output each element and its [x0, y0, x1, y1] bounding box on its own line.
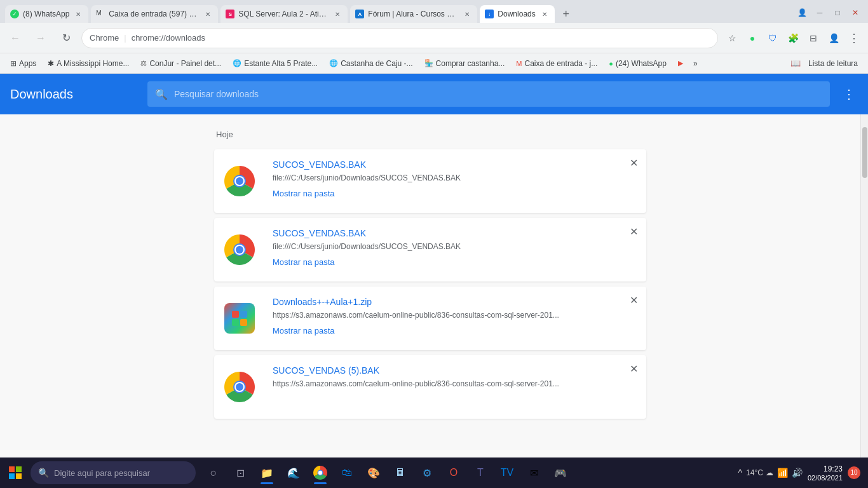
- download-item-action[interactable]: Mostrar na pasta: [273, 257, 335, 267]
- downloads-search-bar[interactable]: 🔍: [147, 81, 830, 107]
- bookmark-gmail2[interactable]: M Caixa de entrada - j...: [511, 56, 602, 71]
- taskbar-app-chrome[interactable]: [308, 460, 333, 485]
- download-item-name[interactable]: SUCOS_VENDAS.BAK: [273, 228, 613, 238]
- downloads-list: Hoje: [0, 114, 860, 458]
- taskbar-app-chrome2[interactable]: 🎨: [361, 460, 386, 485]
- bookmark-mississippi[interactable]: ✱ A Mississippi Home...: [43, 56, 134, 71]
- bookmark-castanha[interactable]: 🌐 Castanha de Caju -...: [324, 56, 417, 71]
- back-button[interactable]: ←: [5, 28, 25, 48]
- start-button[interactable]: [3, 460, 28, 485]
- tab-downloads-label: Downloads: [498, 10, 535, 18]
- taskbar-app-store[interactable]: 🛍: [334, 460, 360, 485]
- taskbar-app-mail[interactable]: ✉: [521, 460, 546, 485]
- svg-rect-10: [232, 319, 239, 326]
- taskbar-search[interactable]: 🔍 Digite aqui para pesquisar: [31, 461, 196, 484]
- tab-gmail[interactable]: M Caixa de entrada (597) - junic... ✕: [91, 5, 218, 23]
- close-button[interactable]: ✕: [848, 5, 863, 20]
- colorful2-icon: 🎮: [554, 467, 567, 479]
- bookmark-whatsapp24[interactable]: ● (24) WhatsApp: [604, 56, 672, 71]
- download-item-name[interactable]: Downloads+-+Aula+1.zip: [273, 297, 613, 307]
- download-item-path: file:///C:/Users/junio/Downloads/SUCOS_V…: [273, 173, 613, 182]
- volume-icon[interactable]: 🔊: [792, 468, 803, 478]
- taskbar-app-opera[interactable]: O: [441, 460, 466, 485]
- tab-whatsapp[interactable]: ✓ (8) WhatsApp ✕: [5, 5, 88, 23]
- download-item-close[interactable]: ✕: [621, 218, 646, 281]
- chevron-up-icon[interactable]: ^: [738, 468, 743, 478]
- new-tab-button[interactable]: +: [557, 5, 575, 23]
- tab-downloads[interactable]: ↓ Downloads ✕: [480, 5, 554, 23]
- downloads-menu-icon[interactable]: ⋮: [840, 84, 858, 104]
- temperature-value: 14°C: [746, 468, 763, 477]
- notification-badge[interactable]: 10: [848, 466, 860, 479]
- taskbar-app-search[interactable]: ○: [201, 460, 226, 485]
- reload-button[interactable]: ↻: [56, 28, 76, 48]
- shield-extension-icon[interactable]: 🛡: [764, 29, 782, 47]
- bookmark-comprar[interactable]: 🏪 Comprar castanha...: [419, 56, 510, 71]
- taskbar-app-calc[interactable]: 🖩: [388, 460, 413, 485]
- download-item-close[interactable]: ✕: [621, 149, 646, 213]
- downloads-search-input[interactable]: [174, 89, 822, 99]
- maximize-button[interactable]: □: [830, 5, 845, 20]
- taskbar-system-icons: ^ 14°C ☁ 📶 🔊: [738, 468, 803, 478]
- network-icon[interactable]: 📶: [777, 468, 788, 478]
- taskbar-app-teams[interactable]: T: [468, 460, 493, 485]
- forward-button[interactable]: →: [31, 28, 51, 48]
- taskbar-app-files[interactable]: 📁: [254, 460, 280, 485]
- conjur-icon: ⚖: [140, 59, 147, 67]
- bookmark-conjur-label: ConJur - Painel det...: [149, 59, 221, 68]
- tab-close-downloads[interactable]: ✕: [539, 9, 550, 19]
- taskbar-app-colorful2[interactable]: 🎮: [548, 460, 573, 485]
- reading-list-button[interactable]: Lista de leitura: [803, 56, 863, 71]
- tab-whatsapp-label: (8) WhatsApp: [23, 10, 69, 18]
- bookmark-conjur[interactable]: ⚖ ConJur - Painel det...: [135, 56, 226, 71]
- profile-icon[interactable]: 👤: [794, 5, 810, 20]
- taskbar-app-taskview[interactable]: ⊡: [227, 460, 253, 485]
- download-item-close[interactable]: ✕: [621, 287, 646, 350]
- page-scrollbar[interactable]: [860, 114, 868, 458]
- tab-sql[interactable]: S SQL Server: Aula 2 - Atividad... ✕: [220, 5, 348, 23]
- chrome-icon: [224, 234, 255, 265]
- clock[interactable]: 19:23 02/08/2021: [808, 464, 843, 482]
- tab-sql-label: SQL Server: Aula 2 - Atividad...: [238, 10, 329, 18]
- address-bar[interactable]: Chrome | chrome://downloads: [81, 28, 718, 48]
- download-item-icon-area: [214, 287, 265, 350]
- tab-close-gmail[interactable]: ✕: [203, 9, 213, 19]
- download-item-close[interactable]: ✕: [621, 355, 646, 419]
- taskbar-app-teamviewer[interactable]: TV: [494, 460, 520, 485]
- download-item: Downloads+-+Aula+1.zip https://s3.amazon…: [214, 287, 646, 350]
- bookmark-castanha-label: Castanha de Caju -...: [341, 59, 412, 68]
- comprar-icon: 🏪: [424, 59, 433, 67]
- download-item-action[interactable]: Mostrar na pasta: [273, 189, 335, 198]
- taskbar-app-edge[interactable]: 🌊: [281, 460, 306, 485]
- download-item-name[interactable]: SUCOS_VENDAS.BAK: [273, 159, 613, 170]
- bookmark-star-icon[interactable]: ☆: [723, 29, 741, 47]
- chrome-cast-icon[interactable]: ⊟: [804, 29, 822, 47]
- downloads-header: Downloads 🔍 ⋮: [0, 74, 868, 114]
- bookmark-youtube[interactable]: ▶: [673, 56, 688, 71]
- minimize-button[interactable]: ─: [812, 5, 827, 20]
- bookmark-mississippi-label: A Mississippi Home...: [57, 59, 129, 68]
- whatsapp-extension-icon[interactable]: ●: [743, 29, 761, 47]
- account-circle-icon[interactable]: 👤: [825, 29, 843, 47]
- bookmarks-more-button[interactable]: »: [689, 58, 702, 69]
- download-item-icon-area: [214, 355, 265, 419]
- tab-close-sql[interactable]: ✕: [332, 9, 342, 19]
- tab-alura[interactable]: A Fórum | Alura - Cursos online... ✕: [350, 5, 477, 23]
- taskbar-app-wheel[interactable]: ⚙: [414, 460, 440, 485]
- download-item-name[interactable]: SUCOS_VENDAS (5).BAK: [273, 365, 613, 376]
- download-item-action[interactable]: Mostrar na pasta: [273, 326, 335, 336]
- sql-favicon-icon: S: [226, 10, 234, 18]
- bookmark-apps[interactable]: ⊞ Apps: [5, 56, 41, 71]
- svg-rect-16: [9, 466, 15, 472]
- estante-icon: 🌐: [233, 59, 241, 67]
- scrollbar-thumb[interactable]: [862, 127, 867, 178]
- title-bar: ✓ (8) WhatsApp ✕ M Caixa de entrada (597…: [0, 0, 868, 23]
- menu-icon[interactable]: ⋮: [845, 29, 863, 47]
- download-item-icon-area: [214, 218, 265, 281]
- tab-close-whatsapp[interactable]: ✕: [73, 9, 83, 19]
- download-item-info: Downloads+-+Aula+1.zip https://s3.amazon…: [265, 287, 621, 350]
- bookmark-estante[interactable]: 🌐 Estante Alta 5 Prate...: [227, 56, 323, 71]
- puzzle-extension-icon[interactable]: 🧩: [784, 29, 802, 47]
- calculator-icon: 🖩: [395, 467, 405, 478]
- tab-close-alura[interactable]: ✕: [462, 9, 472, 19]
